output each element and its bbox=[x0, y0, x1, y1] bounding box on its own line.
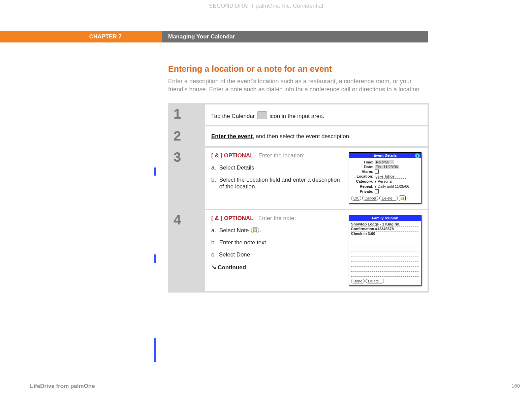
change-mark bbox=[154, 167, 156, 176]
field-label: Repeat: bbox=[351, 184, 375, 188]
step-text: , and then select the event description. bbox=[253, 133, 351, 140]
section-title: Entering a location or a note for an eve… bbox=[168, 64, 428, 74]
field-label: Alarm: bbox=[351, 170, 375, 174]
ok-button[interactable]: OK bbox=[351, 196, 361, 201]
watermark-text: SECOND DRAFT palmOne, Inc. Confidential bbox=[0, 3, 532, 9]
step-number: 3 bbox=[169, 148, 205, 209]
substep-text: Select Note bbox=[219, 227, 251, 234]
note-line[interactable]: Snowtop Lodge - 1 King rm. bbox=[351, 222, 419, 227]
step-number: 1 bbox=[169, 104, 205, 125]
note-empty-line[interactable] bbox=[351, 262, 419, 267]
date-field[interactable]: Thu 11/23/06 bbox=[375, 165, 399, 169]
private-checkbox[interactable] bbox=[375, 189, 379, 193]
alarm-checkbox[interactable] bbox=[375, 170, 379, 174]
calendar-icon bbox=[257, 111, 267, 119]
note-empty-line[interactable] bbox=[351, 236, 419, 241]
note-line[interactable]: Confirmation #12345678 bbox=[351, 227, 419, 232]
step-text: icon in the input area. bbox=[268, 113, 324, 119]
product-name: LifeDrive from palmOne bbox=[30, 383, 95, 390]
continued-label: Continued bbox=[218, 264, 246, 271]
done-button[interactable]: Done bbox=[351, 279, 365, 283]
note-line[interactable]: Check-in 3:00 bbox=[351, 232, 419, 236]
step-3: 3 [ & ] OPTIONAL Enter the location: a. … bbox=[169, 148, 428, 209]
step-text: Tap the Calendar bbox=[211, 113, 256, 119]
change-mark bbox=[154, 254, 156, 263]
note-empty-line[interactable] bbox=[351, 251, 419, 256]
time-field[interactable]: No time bbox=[375, 160, 394, 164]
note-icon bbox=[251, 227, 259, 233]
note-entry-screenshot: Family reunion Snowtop Lodge - 1 King rm… bbox=[349, 215, 421, 286]
note-empty-line[interactable] bbox=[351, 241, 419, 246]
field-label: Date: bbox=[351, 165, 375, 169]
palm-title: Family reunion bbox=[372, 216, 398, 220]
field-label: Category: bbox=[351, 179, 375, 183]
delete-button[interactable]: Delete... bbox=[379, 196, 398, 201]
section-intro: Enter a description of the event's locat… bbox=[168, 77, 428, 94]
step-number: 4 bbox=[169, 210, 205, 292]
enter-event-link[interactable]: Enter the event bbox=[211, 133, 253, 140]
location-field[interactable]: Lake Tahoe bbox=[375, 174, 406, 179]
repeat-dropdown[interactable]: ▾ Daily until 11/25/06 bbox=[375, 184, 409, 189]
note-button[interactable] bbox=[399, 195, 406, 201]
field-label: Time: bbox=[351, 160, 375, 164]
step-4: 4 [ & ] OPTIONAL Enter the note: a. Sele… bbox=[169, 210, 428, 292]
chapter-bar: CHAPTER 7 Managing Your Calendar bbox=[0, 31, 428, 42]
note-empty-line[interactable] bbox=[351, 256, 419, 262]
category-dropdown[interactable]: ▾ Personal bbox=[375, 179, 392, 184]
note-empty-line[interactable] bbox=[351, 267, 419, 272]
substep-text: Select Done. bbox=[219, 251, 252, 258]
note-empty-line[interactable] bbox=[351, 272, 419, 277]
change-mark bbox=[154, 338, 156, 362]
optional-tag: [ & ] OPTIONAL bbox=[211, 152, 254, 159]
page-footer: LifeDrive from palmOne 160 bbox=[30, 380, 520, 390]
substep-text: Select the Location field and enter a de… bbox=[219, 177, 342, 190]
optional-tag: [ & ] OPTIONAL bbox=[211, 215, 254, 221]
substep-text: Enter the note text. bbox=[219, 239, 268, 246]
step-1: 1 Tap the Calendar icon in the input are… bbox=[169, 104, 428, 125]
note-empty-line[interactable] bbox=[351, 246, 419, 251]
steps-container: 1 Tap the Calendar icon in the input are… bbox=[168, 103, 429, 293]
event-details-screenshot: Event Detailsi Time:No time Date:Thu 11/… bbox=[349, 152, 421, 204]
continued-arrow-icon: ↘ bbox=[211, 264, 216, 271]
substep-text: Select Details. bbox=[219, 164, 256, 171]
palm-title: Event Details bbox=[373, 153, 397, 157]
cancel-button[interactable]: Cancel bbox=[362, 196, 378, 201]
step-2: 2 Enter the event, and then select the e… bbox=[169, 126, 428, 146]
chapter-title: Managing Your Calendar bbox=[162, 31, 428, 42]
chapter-label: CHAPTER 7 bbox=[0, 31, 162, 42]
info-icon[interactable]: i bbox=[415, 153, 420, 158]
step-number: 2 bbox=[169, 126, 205, 146]
delete-button[interactable]: Delete... bbox=[366, 279, 384, 283]
step-lead: Enter the note: bbox=[258, 215, 296, 221]
step-lead: Enter the location: bbox=[258, 152, 305, 159]
field-label: Location: bbox=[351, 174, 375, 178]
page-number: 160 bbox=[511, 383, 520, 390]
field-label: Private: bbox=[351, 189, 375, 193]
